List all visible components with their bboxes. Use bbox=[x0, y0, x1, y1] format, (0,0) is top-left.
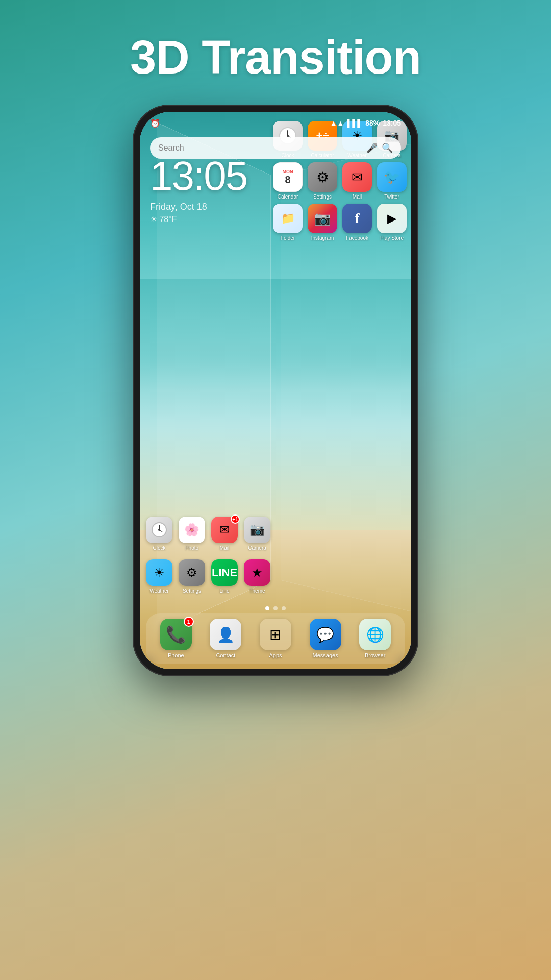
status-time: 13:05 bbox=[383, 119, 401, 127]
battery-percent: 88% bbox=[365, 119, 380, 127]
dock-phone[interactable]: 📞 1 Phone bbox=[160, 619, 192, 658]
status-bar: ⏰ ▲▲ ▌▌▌ 88% 13:05 bbox=[140, 112, 411, 134]
app-playstore[interactable]: ▶ Play Store bbox=[377, 204, 407, 241]
search-placeholder: Search bbox=[158, 143, 362, 153]
wifi-icon: ▲▲ bbox=[330, 119, 344, 127]
page-dot-3[interactable] bbox=[282, 606, 286, 610]
dock-contact[interactable]: 👤 Contact bbox=[210, 619, 241, 658]
app-facebook[interactable]: f Facebook bbox=[342, 204, 372, 241]
app-twitter[interactable]: 🐦 Twitter bbox=[377, 162, 407, 200]
dock-app-theme[interactable]: ★ Theme bbox=[242, 559, 272, 600]
signal-icon: ▌▌▌ bbox=[347, 119, 362, 127]
dock-messages[interactable]: 💬 Messages bbox=[310, 619, 341, 658]
clock-date-display: Friday, Oct 18 bbox=[150, 202, 247, 212]
page-dot-1[interactable] bbox=[265, 606, 269, 610]
svg-point-7 bbox=[158, 529, 160, 531]
page-title: 3D Transition bbox=[130, 31, 421, 84]
dock-app-mail[interactable]: ✉ +1 Mail bbox=[209, 517, 240, 557]
dock: 📞 1 Phone 👤 Contact ⊞ Apps 💬 Messages bbox=[146, 613, 405, 664]
app-instagram[interactable]: 📷 Instagram bbox=[307, 204, 338, 241]
dock-app-clock[interactable]: Clock bbox=[144, 517, 174, 557]
dock-app-camera[interactable]: 📷 Camera bbox=[242, 517, 272, 557]
page-dot-2[interactable] bbox=[273, 606, 278, 610]
mic-icon[interactable]: 🎤 bbox=[366, 142, 378, 154]
dock-app-photo[interactable]: 🌸 Photo bbox=[177, 517, 207, 557]
search-bar[interactable]: Search 🎤 🔍 bbox=[150, 137, 401, 159]
dock-browser[interactable]: 🌐 Browser bbox=[359, 619, 391, 658]
clock-weather-display: ☀ 78°F bbox=[150, 214, 247, 224]
dock-apps[interactable]: ⊞ Apps bbox=[260, 619, 291, 658]
phone-frame: ⏰ ▲▲ ▌▌▌ 88% 13:05 Search 🎤 🔍 13:05 Frid… bbox=[133, 105, 418, 676]
app-folder[interactable]: 📁 Folder bbox=[272, 204, 303, 241]
search-icon[interactable]: 🔍 bbox=[382, 142, 393, 154]
status-left-icon: ⏰ bbox=[150, 118, 160, 128]
dock-app-line[interactable]: LINE Line bbox=[209, 559, 240, 600]
dock-app-weather[interactable]: ☀ Weather bbox=[144, 559, 174, 600]
clock-time-display: 13:05 bbox=[150, 153, 247, 200]
app-grid: Clock +÷ Calculator ☀ Weather 📷 Camera bbox=[268, 117, 411, 245]
clock-widget: 13:05 Friday, Oct 18 ☀ 78°F bbox=[150, 153, 247, 224]
dock-app-settings[interactable]: ⚙ Settings bbox=[177, 559, 207, 600]
app-calendar[interactable]: MON 8 Calendar bbox=[272, 162, 303, 200]
app-mail[interactable]: ✉ Mail bbox=[342, 162, 372, 200]
svg-point-3 bbox=[287, 135, 289, 137]
page-indicator bbox=[140, 606, 411, 610]
app-settings[interactable]: ⚙ Settings bbox=[307, 162, 338, 200]
